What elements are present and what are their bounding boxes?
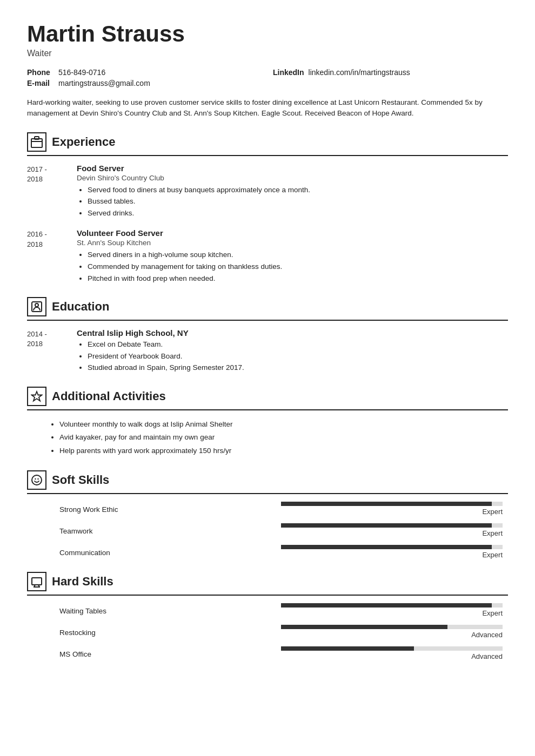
- activities-list: Volunteer monthly to walk dogs at Islip …: [27, 418, 508, 457]
- exp1-bullets: Served food to diners at busy banquets a…: [77, 184, 508, 219]
- hard-skill-1-bar: Expert: [281, 603, 503, 617]
- experience-entry-1: 2017 -2018 Food Server Devin Shiro's Cou…: [27, 164, 508, 219]
- experience-header: Experience: [27, 132, 508, 156]
- svg-point-7: [35, 478, 36, 480]
- soft-skill-2-bar-fill: [281, 523, 492, 528]
- education-header: Education: [27, 297, 508, 321]
- exp2-org: St. Ann's Soup Kitchen: [77, 239, 508, 247]
- activity-1: Volunteer monthly to walk dogs at Islip …: [59, 418, 508, 431]
- soft-skill-1-name: Strong Work Ethic: [59, 505, 281, 516]
- edu1-bullet-2: President of Yearbook Board.: [88, 350, 508, 362]
- resume-name: Martin Strauss: [27, 22, 508, 46]
- soft-skill-1-bar-bg: [281, 502, 503, 506]
- exp2-bullet-1: Served diners in a high-volume soup kitc…: [88, 249, 508, 261]
- svg-rect-0: [31, 139, 42, 147]
- edu1-bullets: Excel on Debate Team. President of Yearb…: [77, 339, 508, 374]
- hard-skill-3-name: MS Office: [59, 650, 281, 660]
- hard-skill-2-bar-fill: [281, 625, 447, 629]
- hard-skill-1-name: Waiting Tables: [59, 607, 281, 617]
- phone-contact: Phone 516-849-0716: [27, 68, 262, 77]
- education-icon: [27, 297, 46, 316]
- hard-skill-1-bar-bg: [281, 603, 503, 608]
- exp1-org: Devin Shiro's Country Club: [77, 174, 508, 182]
- soft-skills-header: Soft Skills: [27, 470, 508, 494]
- exp1-content: Food Server Devin Shiro's Country Club S…: [77, 164, 508, 219]
- activities-section: Additional Activities Volunteer monthly …: [27, 387, 508, 457]
- svg-rect-9: [32, 578, 42, 585]
- soft-skill-2-bar: Expert: [281, 523, 503, 537]
- soft-skill-3-name: Communication: [59, 549, 281, 559]
- soft-skill-1-level: Expert: [482, 508, 503, 516]
- soft-skills-section: Soft Skills Strong Work Ethic Expert Tea…: [27, 470, 508, 559]
- edu1-bullet-1: Excel on Debate Team.: [88, 339, 508, 350]
- soft-skill-3-level: Expert: [482, 551, 503, 559]
- exp2-content: Volunteer Food Server St. Ann's Soup Kit…: [77, 228, 508, 284]
- svg-point-4: [35, 303, 38, 307]
- summary-text: Hard-working waiter, seeking to use prov…: [27, 97, 508, 119]
- hard-skill-2-level: Advanced: [471, 631, 503, 639]
- email-label: E-mail: [27, 79, 54, 87]
- experience-section: Experience 2017 -2018 Food Server Devin …: [27, 132, 508, 285]
- exp1-bullet-3: Served drinks.: [88, 207, 508, 219]
- contact-section: Phone 516-849-0716 LinkedIn linkedin.com…: [27, 68, 508, 87]
- exp1-title: Food Server: [77, 164, 508, 173]
- email-value: martingstrauss@gmail.com: [58, 79, 150, 87]
- activities-header: Additional Activities: [27, 387, 508, 410]
- exp2-bullet-3: Pitched in with food prep when needed.: [88, 273, 508, 285]
- soft-skill-row-3: Communication Expert: [27, 545, 508, 559]
- edu1-bullet-3: Studied abroad in Spain, Spring Semester…: [88, 362, 508, 374]
- soft-skill-3-bar-fill: [281, 545, 492, 549]
- exp2-bullets: Served diners in a high-volume soup kitc…: [77, 249, 508, 284]
- hard-skill-2-name: Restocking: [59, 629, 281, 639]
- linkedin-contact: LinkedIn linkedin.com/in/martingstrauss: [273, 68, 508, 77]
- email-contact: E-mail martingstrauss@gmail.com: [27, 79, 262, 87]
- edu1-years: 2014 -2018: [27, 328, 70, 374]
- hard-skills-section: Hard Skills Waiting Tables Expert Restoc…: [27, 572, 508, 660]
- activities-title: Additional Activities: [52, 389, 166, 403]
- soft-skill-row-1: Strong Work Ethic Expert: [27, 502, 508, 516]
- soft-skills-title: Soft Skills: [52, 473, 109, 487]
- phone-value: 516-849-0716: [58, 68, 105, 77]
- education-section: Education 2014 -2018 Central Islip High …: [27, 297, 508, 374]
- svg-rect-1: [35, 137, 39, 139]
- phone-label: Phone: [27, 68, 54, 77]
- education-entry-1: 2014 -2018 Central Islip High School, NY…: [27, 328, 508, 374]
- soft-skill-2-bar-bg: [281, 523, 503, 528]
- job-title: Waiter: [27, 49, 508, 58]
- hard-skill-row-2: Restocking Advanced: [27, 625, 508, 639]
- linkedin-value: linkedin.com/in/martingstrauss: [309, 68, 410, 77]
- experience-entry-2: 2016 -2018 Volunteer Food Server St. Ann…: [27, 228, 508, 284]
- soft-skill-3-bar-bg: [281, 545, 503, 549]
- exp2-years: 2016 -2018: [27, 228, 70, 284]
- exp1-years: 2017 -2018: [27, 164, 70, 219]
- exp2-title: Volunteer Food Server: [77, 228, 508, 238]
- svg-point-6: [32, 475, 42, 485]
- activity-3: Help parents with yard work approximatel…: [59, 444, 508, 457]
- hard-skill-1-level: Expert: [482, 609, 503, 617]
- hard-skill-2-bar-bg: [281, 625, 503, 629]
- soft-skill-1-bar-fill: [281, 502, 492, 506]
- hard-skill-3-level: Advanced: [471, 652, 503, 660]
- edu1-content: Central Islip High School, NY Excel on D…: [77, 328, 508, 374]
- experience-title: Experience: [52, 135, 115, 149]
- hard-skill-2-bar: Advanced: [281, 625, 503, 639]
- soft-skill-2-level: Expert: [482, 529, 503, 537]
- linkedin-label: LinkedIn: [273, 68, 304, 77]
- hard-skill-row-1: Waiting Tables Expert: [27, 603, 508, 617]
- exp2-bullet-2: Commended by management for taking on th…: [88, 261, 508, 273]
- hard-skills-icon: [27, 572, 46, 591]
- hard-skill-row-3: MS Office Advanced: [27, 646, 508, 660]
- hard-skill-3-bar-bg: [281, 646, 503, 651]
- hard-skills-title: Hard Skills: [52, 575, 113, 589]
- exp1-bullet-2: Bussed tables.: [88, 195, 508, 207]
- svg-marker-5: [32, 392, 42, 401]
- soft-skills-icon: [27, 470, 46, 490]
- soft-skill-row-2: Teamwork Expert: [27, 523, 508, 537]
- activities-icon: [27, 387, 46, 406]
- soft-skill-3-bar: Expert: [281, 545, 503, 559]
- edu1-school: Central Islip High School, NY: [77, 328, 508, 338]
- experience-icon: [27, 132, 46, 152]
- exp1-bullet-1: Served food to diners at busy banquets a…: [88, 184, 508, 196]
- svg-point-8: [37, 478, 38, 480]
- education-title: Education: [52, 300, 109, 314]
